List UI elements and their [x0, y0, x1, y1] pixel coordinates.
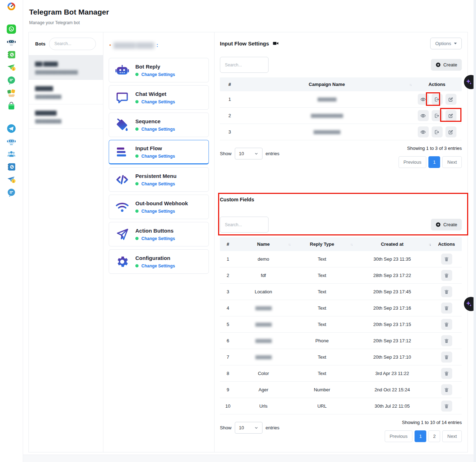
column-reply-type[interactable]: Reply Type ↑↓ — [291, 241, 353, 247]
settings-card-persistent-menu[interactable]: Persistent Menu Change Settings — [109, 167, 209, 192]
delete-button[interactable] — [441, 319, 452, 330]
showing-entries-text: Showing 1 to 10 of 14 entries — [402, 420, 462, 425]
view-button[interactable] — [418, 94, 429, 105]
page-2-button[interactable]: 2 — [428, 430, 440, 442]
bot-list-item[interactable]: ▇▇ ▇▇▇▇ ▇▇▇▇▇▇▇▇▇▇▇▇▇ — [29, 55, 103, 80]
send-campaign-green-icon[interactable]: 1 — [7, 63, 16, 72]
next-page-button[interactable]: Next — [442, 430, 462, 442]
flow-table-row: 1 ▇▇▇▇▇▇▇ — [220, 91, 462, 108]
delete-button[interactable] — [441, 254, 452, 265]
column-num: # — [220, 82, 242, 87]
sort-icon[interactable]: ↑↓ — [288, 242, 290, 246]
whatsapp-icon[interactable] — [7, 25, 16, 34]
contacts-book-blue-icon[interactable] — [7, 162, 16, 172]
column-created-at[interactable]: Created at ↑↓ — [353, 241, 431, 247]
options-button[interactable]: Options — [430, 38, 462, 49]
bot-list-item[interactable]: ▇▇▇▇▇ ▇▇▇▇▇▇▇▇ — [29, 80, 103, 104]
flow-create-button[interactable]: Create — [431, 59, 462, 71]
edit-button[interactable] — [445, 110, 456, 121]
row-number: 6 — [220, 338, 236, 343]
robot-bot-icon[interactable] — [7, 37, 16, 47]
delete-button[interactable] — [441, 286, 452, 297]
send-campaign-blue-icon[interactable]: 1 — [7, 175, 16, 184]
integrations-icon[interactable] — [7, 88, 16, 98]
delete-button[interactable] — [441, 401, 452, 412]
sort-icon[interactable]: ↑↓ — [350, 242, 352, 246]
flow-search-input[interactable] — [220, 57, 269, 73]
bots-search-input[interactable] — [49, 38, 96, 50]
page-1-button[interactable]: 1 — [415, 430, 426, 442]
scrollbar-track[interactable] — [474, 0, 476, 462]
sort-icon[interactable]: ↑↓ — [409, 82, 411, 86]
paint-bucket-icon — [115, 118, 129, 132]
settings-card-outbound-webhook[interactable]: Out-bound Webhook Change Settings — [109, 195, 209, 219]
flow-pagination: Previous 1 Next — [396, 156, 462, 168]
delete-button[interactable] — [441, 335, 452, 346]
selected-bot-name-redacted: ▇▇▇▇▇ ▇▇▇▇ — [114, 42, 153, 49]
chat-blue-icon[interactable] — [7, 188, 16, 197]
robot-blue-icon[interactable] — [7, 137, 16, 146]
bot-name-redacted: ▇▇ ▇▇▇▇ — [35, 61, 97, 66]
settings-card-chat-widget[interactable]: Chat Widget Change Settings — [109, 85, 209, 110]
delete-button[interactable] — [441, 270, 452, 281]
view-button[interactable] — [418, 126, 429, 137]
column-name[interactable]: Name ↑↓ — [236, 241, 291, 247]
export-button[interactable] — [432, 94, 443, 105]
field-created: 20th Sep 23 17:45 — [353, 289, 431, 294]
delete-button[interactable] — [441, 368, 452, 379]
row-number: 8 — [220, 371, 236, 376]
telegram-icon[interactable] — [7, 124, 16, 133]
view-button[interactable] — [418, 110, 429, 121]
settings-card-configuration[interactable]: Configuration Change Settings — [109, 249, 209, 274]
edit-button[interactable] — [445, 94, 456, 105]
field-created: 30th Jul 22 11:05 — [353, 403, 431, 409]
change-settings-link[interactable]: Change Settings — [141, 127, 175, 132]
entries-per-page-select[interactable]: 10 — [235, 148, 263, 159]
previous-page-button[interactable]: Previous — [385, 430, 413, 442]
page-1-button[interactable]: 1 — [428, 156, 440, 168]
sort-desc-icon[interactable]: ↑↓ — [428, 242, 431, 246]
settings-card-bot-reply[interactable]: Bot Reply Change Settings — [109, 58, 209, 82]
settings-card-label: Configuration — [135, 255, 175, 261]
export-button[interactable] — [432, 126, 443, 137]
column-campaign-name[interactable]: Campaign Name ↑↓ — [242, 82, 412, 87]
settings-card-input-flow[interactable]: Input Flow Change Settings — [109, 140, 209, 164]
bot-list-item[interactable]: ▇▇▇▇▇▇ ▇▇▇▇▇▇▇▇ — [29, 104, 103, 129]
previous-page-button[interactable]: Previous — [399, 156, 427, 168]
delete-button[interactable] — [441, 352, 452, 363]
change-settings-link[interactable]: Change Settings — [141, 236, 175, 241]
app-icon-rail: 1 1 — [0, 0, 23, 462]
export-button[interactable] — [432, 110, 443, 121]
shop-bag-icon[interactable] — [7, 101, 16, 110]
bot-username-redacted: ▇▇▇▇▇▇▇▇ — [35, 94, 97, 99]
change-settings-link[interactable]: Change Settings — [141, 181, 175, 186]
video-camera-icon — [272, 40, 279, 47]
edit-button[interactable] — [445, 126, 456, 137]
field-name-redacted: ▇▇▇▇▇▇ — [236, 338, 291, 343]
settings-card-sequence[interactable]: Sequence Change Settings — [109, 113, 209, 137]
change-settings-link[interactable]: Change Settings — [141, 154, 175, 159]
change-settings-link[interactable]: Change Settings — [141, 99, 175, 104]
chat-green-icon[interactable] — [7, 76, 16, 85]
change-settings-link[interactable]: Change Settings — [141, 72, 175, 77]
status-dot — [109, 44, 111, 46]
settings-card-action-buttons[interactable]: Action Buttons Change Settings — [109, 222, 209, 246]
entries-per-page-select[interactable]: 10 — [235, 422, 263, 434]
show-label: Show — [220, 151, 232, 156]
group-blue-icon[interactable] — [7, 150, 16, 159]
contacts-book-green-icon[interactable] — [7, 50, 16, 59]
custom-fields-create-button[interactable]: Create — [431, 219, 462, 230]
change-settings-link[interactable]: Change Settings — [141, 263, 175, 268]
custom-field-row: 5 ▇▇▇▇▇▇ Text 20th Sep 23 17:15 — [220, 316, 462, 333]
next-page-button[interactable]: Next — [442, 156, 462, 168]
field-created: 2nd Oct 22 15:24 — [353, 387, 431, 392]
plus-circle-icon — [436, 222, 441, 227]
dashboard-gauge-icon[interactable] — [7, 2, 16, 11]
custom-field-row: 2 fdf Text 28th Sep 23 17:22 — [220, 267, 462, 284]
delete-button[interactable] — [441, 303, 452, 314]
field-name: Ager — [236, 387, 291, 392]
change-settings-link[interactable]: Change Settings — [141, 209, 175, 214]
status-green-dot — [135, 127, 139, 131]
custom-fields-search-input[interactable] — [220, 217, 269, 233]
delete-button[interactable] — [441, 384, 452, 395]
